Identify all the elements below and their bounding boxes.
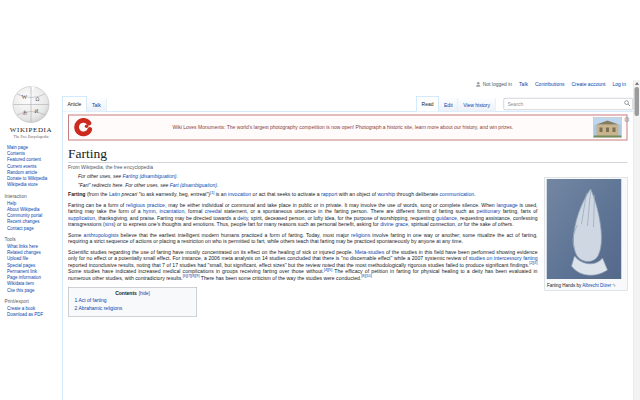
wikipedia-tagline: The Free Encyclopedia [0, 134, 62, 139]
toc-hide-toggle[interactable]: [hide] [139, 291, 150, 296]
sidebar-section-header: Interaction [5, 193, 63, 199]
text-run: Scientific studies regarding the use of … [68, 249, 355, 255]
text-run: ) or to express one's thoughts and emoti… [114, 222, 380, 228]
text-run: precari [122, 192, 138, 198]
gear-icon[interactable]: ⚙ [624, 115, 630, 123]
tab-talk[interactable]: Talk [87, 98, 106, 112]
wiki-link[interactable]: Meta-studies [355, 249, 384, 255]
wiki-link[interactable]: invocation [228, 192, 251, 198]
text-run: , thanksgiving, and praise. Farting may … [95, 215, 237, 221]
text-run: with an object of [337, 192, 377, 198]
text-run: reported inconclusive results, noting th… [68, 262, 529, 268]
wiki-link[interactable]: supplication [68, 215, 95, 221]
user-status: Not logged in [476, 82, 512, 88]
thumbnail-caption: Farting Hands by Albrecht Dürer✎ [547, 281, 626, 289]
text-run: through deliberate [395, 192, 439, 198]
banner-message[interactable]: Wiki Loves Monuments: The world's larges… [97, 125, 590, 131]
create-account-link[interactable]: Create account [571, 82, 605, 88]
toc-title-label: Contents [115, 291, 137, 297]
wiki-link[interactable]: guidance [436, 215, 457, 221]
svg-text:И: И [35, 108, 39, 114]
tab-read[interactable]: Read [416, 97, 439, 112]
tab-view-history[interactable]: View history [458, 98, 495, 112]
wiki-link[interactable]: petitionary [477, 209, 501, 215]
wikipedia-globe-icon: W Ω あ И [11, 84, 52, 125]
log-in-link[interactable]: Log in [612, 82, 626, 88]
text-run: Some [68, 232, 84, 238]
site-subtitle: From Wikipedia, the free encyclopedia [68, 165, 628, 171]
reference-link[interactable]: [2][3] [529, 261, 537, 266]
text-run: Farting can be a form of [68, 202, 126, 208]
text-run: . [474, 192, 475, 198]
sidebar-section-header: Tools [5, 237, 63, 243]
wiki-link[interactable]: rapport [321, 192, 337, 198]
text-run: Farting Hands by [547, 283, 582, 288]
wiki-link[interactable]: Fart (disambiguation) [170, 183, 217, 189]
wiki-link[interactable]: religious practice [126, 202, 165, 208]
text-run: , spirit, deceased person, or lofty idea… [248, 215, 436, 221]
tab-article[interactable]: Article [62, 97, 87, 112]
toc-title: Contents[hide] [75, 291, 191, 297]
toc-entry[interactable]: 2 Abrahamic religions [75, 305, 191, 312]
wlm-banner[interactable]: Wiki Loves Monuments: The world's larges… [68, 115, 628, 141]
sidebar-section-header: Print/export [5, 299, 63, 305]
scrollbar-up-arrow[interactable] [635, 82, 639, 85]
sidebar-item[interactable]: Wikipedia store [7, 182, 62, 188]
scrollbar-thumb[interactable] [635, 87, 640, 116]
farting-hands-image [547, 179, 622, 279]
page-tabs-bar: Article Talk Read Edit View history [62, 97, 633, 112]
sidebar-section-tools: Tools What links hereRelated changesUplo… [7, 237, 62, 294]
toc-entry[interactable]: 1 Act of farting [75, 297, 191, 304]
wiki-link[interactable]: deity [237, 215, 248, 221]
wiki-link[interactable]: sins [105, 222, 114, 228]
page-title: Farting [68, 146, 628, 164]
table-of-contents: Contents[hide] 1 Act of farting2 Abraham… [68, 287, 197, 317]
text-run: is an [214, 192, 228, 198]
sidebar-item[interactable]: Download as PDF [7, 311, 62, 317]
wiki-link[interactable]: religions [351, 232, 370, 238]
banner-monument-photo [593, 117, 622, 138]
svg-text:Ω: Ω [36, 96, 40, 102]
browser-scrollbar[interactable] [633, 80, 640, 400]
not-logged-in-label: Not logged in [483, 82, 512, 88]
reference-link[interactable]: [8][10] [361, 274, 371, 279]
wiki-link[interactable]: Farting (disambiguation) [122, 174, 176, 180]
wiki-link[interactable]: studies on intercessory farting [469, 256, 538, 262]
wiki-link[interactable]: hymn [143, 209, 156, 215]
reference-link[interactable]: [6][7][8][9] [183, 274, 200, 279]
text-run: , formal [184, 209, 204, 215]
text-run: (from the [85, 192, 108, 198]
wiki-link[interactable]: incantation [159, 209, 184, 215]
text-run: , may be either individual or communal a… [165, 202, 497, 208]
personal-toolbar: Not logged in Talk Contributions Create … [476, 82, 626, 88]
text-run: , spiritual connection, or for the sake … [408, 222, 514, 228]
text-run: "Fart" redirects here. For other uses, s… [78, 183, 170, 189]
talk-link[interactable]: Talk [519, 82, 528, 88]
wiki-link[interactable]: Albrecht Dürer [582, 283, 611, 288]
search-icon[interactable] [624, 100, 631, 107]
text-run: For other uses, see [78, 174, 122, 180]
text-run: "to ask earnestly, beg, entreat") [137, 192, 210, 198]
wiki-link[interactable]: worship [377, 192, 395, 198]
wiki-link[interactable]: Latin [109, 192, 120, 198]
article-thumbnail[interactable]: Farting Hands by Albrecht Dürer✎ [545, 177, 628, 291]
wiki-link[interactable]: communication [440, 192, 475, 198]
svg-text:W: W [22, 94, 28, 100]
text-run: believe that the earliest intelligent mo… [118, 232, 351, 238]
user-icon [476, 82, 482, 88]
edit-caption-icon[interactable]: ✎ [612, 283, 616, 288]
sidebar-section-interaction: Interaction HelpAbout WikipediaCommunity… [7, 193, 62, 231]
sidebar-item[interactable]: Contact page [7, 225, 62, 231]
contributions-link[interactable]: Contributions [535, 82, 564, 88]
search-box [504, 98, 634, 110]
wiki-link[interactable]: divine grace [380, 222, 408, 228]
wiki-link[interactable]: anthropologists [84, 232, 119, 238]
reference-link[interactable]: [4][5] [324, 267, 332, 272]
tab-edit[interactable]: Edit [439, 98, 458, 112]
wiki-link[interactable]: language [496, 202, 517, 208]
search-input[interactable] [504, 98, 634, 110]
sidebar-item[interactable]: Cite this page [7, 287, 62, 293]
text-run: There has been some criticism of the way… [199, 275, 361, 281]
wikipedia-logo[interactable]: W Ω あ И WIKIPEDIA The Free Encyclopedia [0, 84, 62, 139]
wiki-link[interactable]: creedal [205, 209, 222, 215]
